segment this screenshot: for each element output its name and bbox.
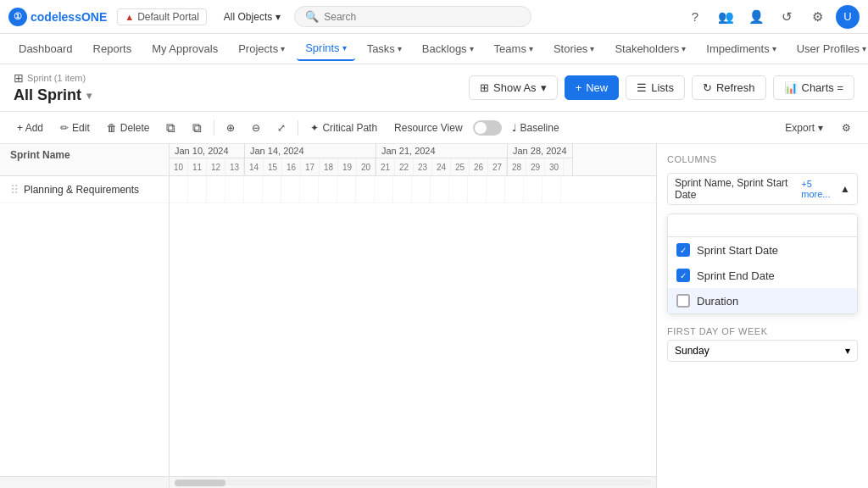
secondary-nav: Dashboard Reports My Approvals Projects … — [0, 34, 868, 64]
gc — [524, 176, 542, 202]
main-content: Sprint Name Jan 10, 2024 10 11 12 13 — [0, 144, 868, 488]
gc — [412, 176, 431, 202]
gc — [468, 176, 487, 202]
gc — [170, 176, 188, 202]
nav-projects[interactable]: Projects ▾ — [230, 37, 293, 60]
columns-summary[interactable]: Sprint Name, Sprint Start Date +5 more..… — [667, 173, 858, 205]
nav-user-profiles[interactable]: User Profiles ▾ — [788, 37, 868, 60]
nav-sprints[interactable]: Sprints ▾ — [297, 36, 354, 61]
nav-stakeholders[interactable]: Stakeholders ▾ — [606, 37, 694, 60]
settings-icon[interactable]: ⚙ — [805, 5, 829, 29]
date-days-jan10: 10 11 12 13 — [170, 158, 244, 175]
user-profiles-chevron: ▾ — [862, 44, 866, 53]
column-option-sprint-end-date[interactable]: ✓ Sprint End Date — [668, 263, 857, 288]
day-27: 27 — [488, 158, 507, 175]
scrollbar-track[interactable] — [175, 480, 651, 485]
nav-reports[interactable]: Reports — [85, 37, 141, 60]
baseline-button[interactable]: ♩ Baseline — [505, 119, 566, 137]
delete-button[interactable]: 🗑 Delete — [100, 119, 157, 137]
avatar[interactable]: U — [836, 5, 860, 29]
export-button[interactable]: Export ▾ — [778, 119, 830, 137]
all-objects-button[interactable]: All Objects ▾ — [217, 8, 287, 26]
portal-badge[interactable]: ▲ Default Portal — [117, 8, 207, 25]
resource-view-button[interactable]: Resource View — [387, 119, 469, 137]
help-icon[interactable]: ? — [683, 5, 707, 29]
resource-view-toggle[interactable] — [473, 120, 502, 136]
nav-impediments[interactable]: Impediments ▾ — [698, 37, 784, 60]
column-option-duration[interactable]: Duration — [668, 288, 857, 313]
copy-button[interactable]: ⧉ — [159, 117, 182, 139]
day-30: 30 — [545, 158, 564, 175]
logo-icon: ① — [8, 8, 27, 26]
refresh-button[interactable]: ↻ Refresh — [692, 75, 766, 100]
new-button[interactable]: + New — [565, 75, 620, 100]
add-button[interactable]: + Add — [10, 119, 50, 137]
page-header: ⊞ Sprint (1 item) All Sprint ▾ ⊞ Show As… — [0, 64, 868, 112]
gc — [188, 176, 207, 202]
export-chevron: ▾ — [818, 122, 823, 134]
portal-label: Default Portal — [137, 11, 199, 23]
page-title: All Sprint ▾ — [14, 86, 92, 104]
expand-button[interactable]: ⤢ — [270, 119, 292, 137]
show-as-button[interactable]: ⊞ Show As ▾ — [469, 75, 558, 100]
day-14: 14 — [245, 158, 264, 175]
first-day-select[interactable]: Sunday ▾ — [667, 340, 858, 362]
columns-panel-label: Columns — [667, 154, 858, 164]
nav-tasks[interactable]: Tasks ▾ — [359, 37, 410, 60]
day-11: 11 — [188, 158, 207, 175]
date-group-jan28: Jan 28, 2024 28 29 30 — [508, 144, 573, 175]
new-icon: + — [576, 81, 582, 94]
scrollbar-left-spacer — [0, 477, 170, 488]
date-group-jan14: Jan 14, 2024 14 15 16 17 18 19 20 — [245, 144, 376, 175]
date-group-label-jan28: Jan 28, 2024 — [508, 144, 572, 158]
teams-chevron: ▾ — [529, 44, 533, 53]
gantt-row-planning[interactable]: ⠿ Planning & Requirements — [0, 176, 169, 203]
people-icon[interactable]: 👥 — [714, 5, 737, 29]
portal-icon: ▲ — [125, 12, 134, 22]
copy-icon: ⧉ — [166, 120, 175, 136]
gc — [375, 176, 393, 202]
nav-dashboard[interactable]: Dashboard — [10, 37, 81, 60]
gc — [505, 176, 524, 202]
delete-icon: 🗑 — [107, 122, 117, 134]
app-logo[interactable]: ① codelessONE — [8, 8, 107, 26]
gantt-container: Sprint Name Jan 10, 2024 10 11 12 13 — [0, 144, 656, 488]
nav-teams[interactable]: Teams ▾ — [486, 37, 542, 60]
user-icon[interactable]: 👤 — [744, 5, 768, 29]
horizontal-scrollbar[interactable] — [0, 476, 656, 488]
tasks-chevron: ▾ — [398, 44, 402, 53]
duration-checkbox[interactable] — [676, 294, 690, 308]
edit-button[interactable]: ✏ Edit — [53, 119, 97, 137]
columns-panel: Columns Sprint Name, Sprint Start Date +… — [656, 144, 868, 488]
first-day-section: First Day of Week Sunday ▾ — [667, 326, 858, 362]
column-option-sprint-start-date[interactable]: ✓ Sprint Start Date — [668, 237, 857, 263]
page-title-chevron[interactable]: ▾ — [86, 90, 92, 102]
paste-button[interactable]: ⧉ — [186, 117, 209, 139]
search-input[interactable] — [324, 11, 520, 23]
critical-path-button[interactable]: ✦ Critical Path — [303, 119, 384, 137]
sprint-end-date-checkbox[interactable]: ✓ — [676, 269, 690, 282]
backlogs-chevron: ▾ — [470, 44, 474, 53]
zoom-out-button[interactable]: ⊖ — [245, 119, 267, 137]
sprint-name-column-header: Sprint Name — [0, 144, 170, 175]
nav-my-approvals[interactable]: My Approvals — [143, 37, 226, 60]
day-21: 21 — [376, 158, 395, 175]
grid-rows — [170, 176, 656, 203]
charts-button[interactable]: 📊 Charts = — [773, 75, 855, 100]
nav-stories[interactable]: Stories ▾ — [545, 37, 603, 60]
toolbar: + Add ✏ Edit 🗑 Delete ⧉ ⧉ ⊕ ⊖ ⤢ ✦ Critic… — [0, 112, 868, 144]
gc — [431, 176, 449, 202]
toolbar-settings-button[interactable]: ⚙ — [835, 119, 858, 137]
sprint-start-date-checkbox[interactable]: ✓ — [676, 243, 690, 257]
search-bar[interactable]: 🔍 — [294, 6, 531, 27]
gc — [300, 176, 319, 202]
history-icon[interactable]: ↺ — [775, 5, 798, 29]
scrollbar-thumb[interactable] — [175, 480, 225, 486]
nav-backlogs[interactable]: Backlogs ▾ — [414, 37, 482, 60]
lists-button[interactable]: ☰ Lists — [626, 75, 685, 100]
baseline-icon: ♩ — [512, 122, 517, 134]
search-icon: 🔍 — [305, 10, 319, 23]
columns-search-input[interactable] — [668, 214, 857, 237]
sprint-end-date-label: Sprint End Date — [697, 269, 775, 282]
zoom-in-button[interactable]: ⊕ — [220, 119, 242, 137]
